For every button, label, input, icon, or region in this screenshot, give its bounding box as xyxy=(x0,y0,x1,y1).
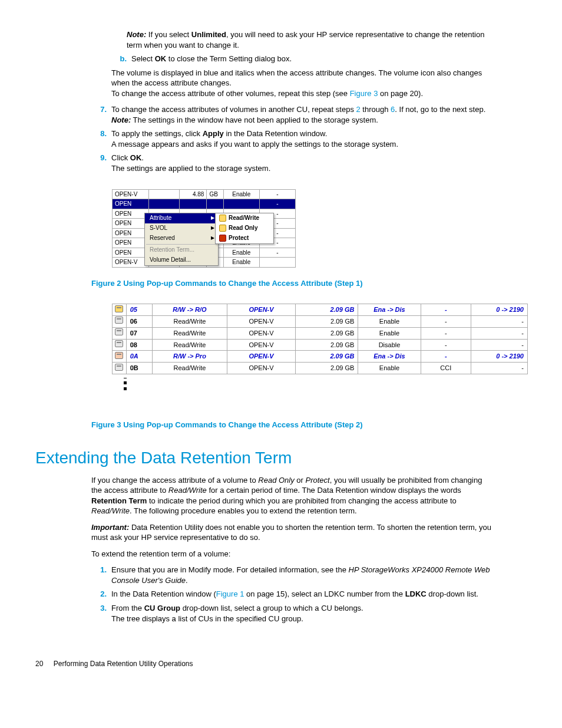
note-text: If you select xyxy=(146,30,191,39)
step-marker: b. xyxy=(111,54,131,64)
table-row: OPEN-V4.88GBEnable- xyxy=(113,189,296,199)
t: In the Data Retention window ( xyxy=(111,589,216,598)
step-marker: 7. xyxy=(91,104,111,125)
step-body: To apply the settings, click Apply in th… xyxy=(111,129,491,149)
page-footer: 20 Performing Data Retention Utility Ope… xyxy=(35,659,491,668)
footer-title: Performing Data Retention Utility Operat… xyxy=(54,660,193,668)
submenu-readonly[interactable]: Read Only xyxy=(216,223,273,233)
t: to indicate the period during which you … xyxy=(147,496,456,505)
figure-3-link[interactable]: Figure 3 xyxy=(350,89,378,98)
t: in the Data Retention window. xyxy=(224,129,328,138)
table-row: 07Read/WriteOPEN-V2.09 GBEnable-- xyxy=(113,327,528,339)
step-7: 7. To change the access attributes of vo… xyxy=(91,104,491,125)
intro-para: If you change the access attribute of a … xyxy=(91,475,491,516)
chevron-right-icon: ▶ xyxy=(211,215,214,222)
i: Read/Write xyxy=(91,506,130,515)
context-menu[interactable]: Attribute▶ S-VOL▶ Reserved▶ Retention Te… xyxy=(144,213,219,266)
line2: To change the access attribute of other … xyxy=(111,88,491,99)
step-marker: 9. xyxy=(91,153,111,173)
table-row: OPEN- xyxy=(113,199,296,209)
ext-step-2: 2. In the Data Retention window (Figure … xyxy=(91,589,491,599)
t: Protect xyxy=(229,234,249,242)
t: drop-down list. xyxy=(427,589,478,598)
figure-2-caption: Figure 2 Using Pop-up Commands to Change… xyxy=(91,278,491,289)
step-body: To change the access attributes of volum… xyxy=(111,104,491,125)
ext-step-1: 1. Ensure that you are in Modify mode. F… xyxy=(91,565,491,585)
square-icon xyxy=(124,381,127,384)
step-9: 9. Click OK. The settings are applied to… xyxy=(91,153,491,173)
menu-attribute[interactable]: Attribute▶ xyxy=(145,213,218,223)
menu-retention-term[interactable]: Retention Term... xyxy=(145,245,218,255)
step-body: Select OK to close the Term Setting dial… xyxy=(131,54,491,64)
i: Read Only xyxy=(258,476,294,485)
step-body: Click OK. The settings are applied to th… xyxy=(111,153,491,173)
t: Retention Term... xyxy=(150,246,194,254)
t: . xyxy=(186,576,188,585)
step-marker: 2. xyxy=(91,589,111,599)
ext-step-3: 3. From the CU Group drop-down list, sel… xyxy=(91,603,491,624)
i: Protect xyxy=(306,476,330,485)
drive-icon xyxy=(115,364,123,371)
b: Apply xyxy=(203,129,224,138)
decorative-bullets xyxy=(124,378,491,390)
drive-icon xyxy=(115,352,123,359)
note-bold: Unlimited xyxy=(191,30,226,39)
t: to close the Term Setting dialog box. xyxy=(166,54,292,63)
step-body: In the Data Retention window (Figure 1 o… xyxy=(111,589,491,599)
para-after-b: The volume is displayed in blue and ital… xyxy=(111,68,491,99)
table-row: 0BRead/WriteOPEN-V2.09 GBEnableCCI- xyxy=(113,363,528,374)
t: A message appears and asks if you want t… xyxy=(111,140,398,149)
drive-icon xyxy=(115,305,123,312)
menu-reserved[interactable]: Reserved▶ xyxy=(145,233,218,243)
t: The settings in the window have not been… xyxy=(131,116,378,124)
chevron-right-icon: ▶ xyxy=(211,225,214,232)
square-icon xyxy=(124,378,127,378)
t: S-VOL xyxy=(150,224,167,232)
t: To apply the settings, click xyxy=(111,129,203,138)
menu-volume-detail[interactable]: Volume Detail... xyxy=(145,255,218,265)
t: on page 15), select an LDKC number from … xyxy=(244,589,405,598)
figure-3-caption: Figure 3 Using Pop-up Commands to Change… xyxy=(91,420,491,430)
separator xyxy=(146,244,217,245)
t: . The following procedure enables you to… xyxy=(130,506,357,515)
figure-1-link[interactable]: Figure 1 xyxy=(216,589,244,598)
t: To change the access attribute of other … xyxy=(111,89,350,98)
t: Reserved xyxy=(150,234,175,242)
t: . If not, go to the next step. xyxy=(395,105,485,114)
note-label: Note: xyxy=(111,116,131,124)
readonly-icon xyxy=(219,225,226,232)
step-b: b. Select OK to close the Term Setting d… xyxy=(111,54,491,64)
important-label: Important: xyxy=(91,523,129,532)
t: Read Only xyxy=(229,224,257,232)
menu-svol[interactable]: S-VOL▶ xyxy=(145,223,218,233)
submenu-readwrite[interactable]: Read/Write xyxy=(216,213,273,223)
t: From the xyxy=(111,604,144,612)
figure-3-table: 05R/W -> R/OOPEN-V2.09 GBEna -> Dis-0 ->… xyxy=(112,304,528,374)
table-row: 05R/W -> R/OOPEN-V2.09 GBEna -> Dis-0 ->… xyxy=(113,304,528,316)
t: Select xyxy=(131,54,155,63)
table-row: 08Read/WriteOPEN-V2.09 GBDisable-- xyxy=(113,339,528,351)
b: CU Group xyxy=(144,604,180,612)
context-submenu[interactable]: Read/Write Read Only Protect xyxy=(215,213,274,244)
t: Attribute xyxy=(150,214,171,222)
t: Data Retention Utility does not enable y… xyxy=(91,523,491,542)
t: Click xyxy=(111,153,130,162)
step-body: From the CU Group drop-down list, select… xyxy=(111,603,491,624)
b: Retention Term xyxy=(91,496,147,505)
b: LDKC xyxy=(405,589,427,598)
b: OK xyxy=(130,153,142,162)
step-2-link[interactable]: 2 xyxy=(356,105,361,114)
chevron-right-icon: ▶ xyxy=(211,235,214,242)
i: Read/Write xyxy=(168,486,207,495)
step-marker: 8. xyxy=(91,129,111,149)
drive-icon xyxy=(115,328,123,335)
readwrite-icon xyxy=(219,215,226,222)
t: for a certain period of time. The Data R… xyxy=(207,486,461,495)
page-number: 20 xyxy=(35,659,43,668)
submenu-protect[interactable]: Protect xyxy=(216,233,273,243)
table-row: 0AR/W -> ProOPEN-V2.09 GBEna -> Dis-0 ->… xyxy=(113,351,528,363)
t: Read/Write xyxy=(229,214,259,222)
drive-icon xyxy=(115,340,123,347)
important-note: Important: Data Retention Utility does n… xyxy=(91,522,491,543)
t: or xyxy=(295,476,306,485)
